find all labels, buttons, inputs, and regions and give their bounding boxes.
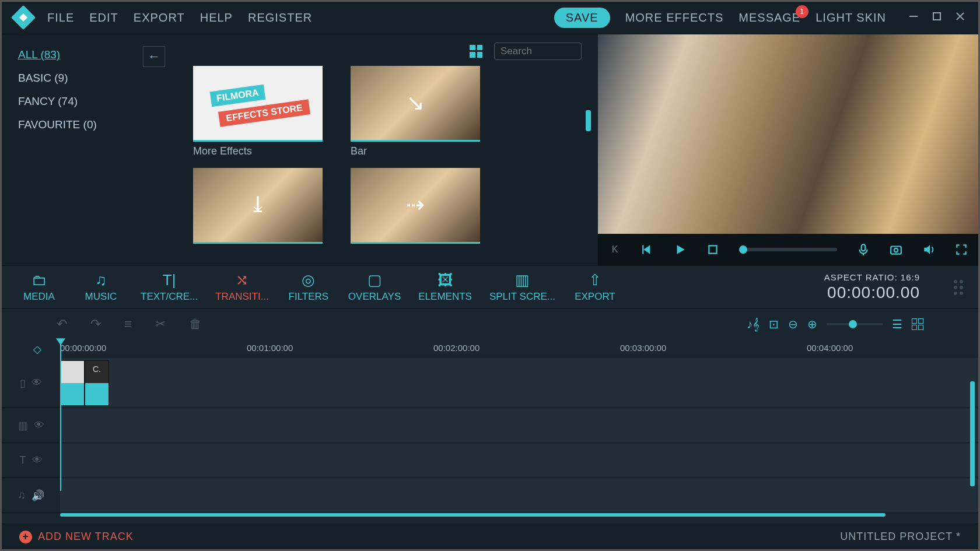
thumb-image: ⤓ (193, 168, 323, 244)
search-box[interactable]: 🔍 (494, 43, 582, 60)
stop-icon[interactable] (706, 243, 719, 256)
overlay-track-icon: ▥ (18, 419, 28, 432)
speaker-icon[interactable]: 🔊 (32, 489, 44, 502)
audio-wave-icon[interactable]: ♪𝄞 (747, 318, 760, 331)
window-close-icon[interactable] (955, 11, 965, 24)
eye-icon[interactable]: 👁 (34, 419, 44, 431)
ruler-mark: 00:01:00:00 (247, 343, 293, 353)
menu-light-skin[interactable]: LIGHT SKIN (816, 11, 886, 24)
message-badge: 1 (796, 5, 808, 18)
drag-handle-icon[interactable] (954, 280, 963, 295)
play-icon[interactable] (674, 243, 687, 256)
volume-icon[interactable] (922, 243, 935, 256)
sidebar-item-all[interactable]: ALL (83) (18, 46, 160, 64)
track-header[interactable]: ▯ 👁 (2, 358, 60, 408)
menu-help[interactable]: HELP (200, 11, 233, 24)
save-button[interactable]: SAVE (554, 8, 610, 28)
tab-label: TRANSITI... (215, 291, 269, 303)
zoom-out-icon[interactable]: ⊖ (788, 317, 798, 331)
track-header[interactable]: ▥ 👁 (2, 408, 60, 443)
mic-icon[interactable] (857, 243, 870, 256)
audio-track[interactable]: ♫ 🔊 (2, 478, 978, 513)
zoom-slider[interactable] (827, 323, 883, 325)
tab-transition[interactable]: ⤭TRANSITI... (215, 272, 269, 303)
svg-point-11 (894, 248, 898, 252)
splitscreen-icon: ▥ (515, 272, 530, 289)
edit-toolbar: ↶ ↷ ≡ ✂ 🗑 ♪𝄞 ⊡ ⊖ ⊕ ☰ (2, 309, 978, 339)
timeline-vscrollbar[interactable] (970, 381, 975, 486)
preview-panel: K (598, 34, 978, 265)
track-header[interactable]: T 👁 (2, 443, 60, 478)
thumb-item[interactable]: ⇢ (351, 168, 480, 244)
eye-icon[interactable]: 👁 (32, 454, 43, 466)
thumb-title: Bar (351, 145, 480, 157)
transition-down-icon: ⤓ (193, 168, 323, 242)
fullscreen-icon[interactable] (955, 243, 968, 256)
delete-icon[interactable]: 🗑 (189, 317, 202, 332)
tab-text[interactable]: T|TEXT/CRE... (141, 272, 198, 303)
thumb-image: ⇢ (351, 168, 480, 244)
grid-icon[interactable] (912, 318, 923, 330)
add-new-track-button[interactable]: + ADD NEW TRACK (19, 531, 134, 543)
tab-elements[interactable]: 🖾ELEMENTS (418, 272, 472, 303)
tab-media[interactable]: 🗀MEDIA (17, 272, 61, 303)
timecode-display: 00:00:00.00 (827, 283, 920, 302)
menu-file[interactable]: FILE (47, 11, 74, 24)
sidebar-item-favourite[interactable]: FAVOURITE (0) (18, 116, 160, 134)
timeline-clip[interactable]: C. (60, 360, 109, 406)
playhead[interactable] (60, 339, 61, 491)
window-minimize-icon[interactable] (908, 11, 919, 24)
tab-label: OVERLAYS (348, 291, 401, 303)
sidebar-item-basic[interactable]: BASIC (9) (18, 69, 160, 87)
snapshot-icon[interactable] (890, 243, 902, 256)
tab-music[interactable]: ♫MUSIC (79, 272, 123, 303)
thumb-more-effects[interactable]: FILMORA EFFECTS STORE More Effects (193, 66, 323, 157)
redo-icon[interactable]: ↷ (90, 317, 101, 332)
marker-icon[interactable]: ⊡ (769, 317, 779, 331)
list-icon[interactable]: ☰ (892, 317, 902, 331)
prev-frame-icon[interactable]: K (608, 243, 621, 256)
ruler-mark: 00:02:00:00 (433, 343, 480, 353)
tab-overlays[interactable]: ▢OVERLAYS (348, 272, 401, 303)
cut-icon[interactable]: ✂ (155, 317, 166, 332)
thumb-item[interactable]: ⤓ (193, 168, 323, 244)
clip-label: C. (93, 364, 101, 374)
overlay-track[interactable]: ▥ 👁 (2, 408, 978, 443)
undo-icon[interactable]: ↶ (57, 317, 67, 332)
preview-video (598, 34, 978, 234)
text-icon: T| (163, 272, 176, 289)
thumb-bar[interactable]: ↘ Bar (351, 66, 480, 157)
grid-view-icon[interactable] (470, 45, 482, 58)
timeline-ruler[interactable]: ◇ 00:00:00:00 00:01:00:00 00:02:00:00 00… (2, 339, 978, 358)
preview-progress[interactable] (739, 248, 837, 251)
menu-more-effects[interactable]: MORE EFFECTS (625, 11, 724, 24)
sidebar-back-button[interactable]: ← (143, 46, 165, 67)
text-track[interactable]: T 👁 (2, 443, 978, 478)
aspect-ratio-label: ASPECT RATIO: 16:9 (824, 272, 920, 282)
menu-message[interactable]: MESSAGE 1 (738, 11, 800, 24)
tab-splitscreen[interactable]: ▥SPLIT SCRE... (489, 272, 555, 303)
playhead-handle-icon[interactable]: ◇ (33, 343, 41, 356)
zoom-in-icon[interactable]: ⊕ (807, 317, 817, 331)
track-header[interactable]: ♫ 🔊 (2, 478, 60, 513)
tab-export[interactable]: ⇧EXPORT (573, 272, 617, 303)
eye-icon[interactable]: 👁 (32, 377, 42, 389)
tab-label: MUSIC (85, 291, 117, 303)
text-track-icon: T (20, 454, 26, 466)
edit-list-icon[interactable]: ≡ (124, 317, 132, 332)
menu-export[interactable]: EXPORT (134, 11, 185, 24)
clip-segment[interactable]: C. (85, 360, 109, 406)
timeline-hscrollbar[interactable] (60, 513, 886, 517)
tab-filters[interactable]: ◎FILTERS (286, 272, 331, 303)
transition-icon: ⤭ (236, 272, 249, 289)
folder-icon: 🗀 (32, 272, 47, 289)
browser-scrollbar[interactable] (586, 110, 591, 131)
menu-edit[interactable]: EDIT (89, 11, 118, 24)
sidebar-item-fancy[interactable]: FANCY (74) (18, 93, 160, 110)
step-back-icon[interactable] (641, 243, 654, 256)
menu-register[interactable]: REGISTER (248, 11, 312, 24)
tab-label: EXPORT (575, 291, 615, 303)
video-track[interactable]: ▯ 👁 C. (2, 358, 978, 408)
window-maximize-icon[interactable] (932, 11, 942, 24)
clip-segment[interactable] (60, 360, 85, 406)
